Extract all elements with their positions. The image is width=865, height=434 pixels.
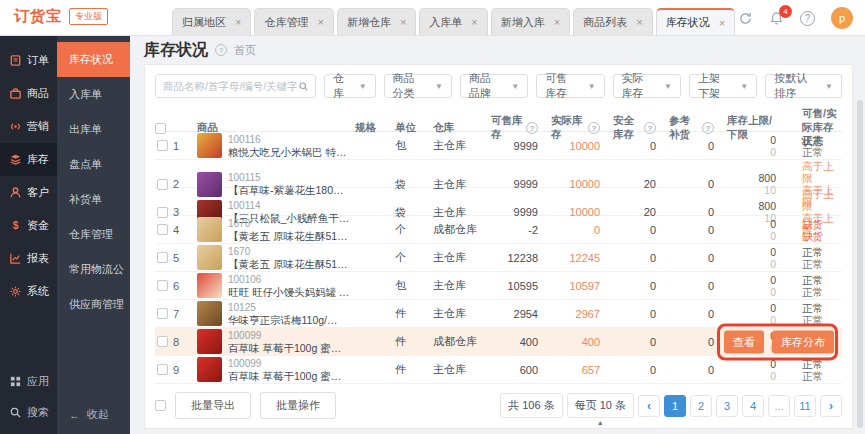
row-checkbox[interactable] [157,224,168,235]
filter-dropdown-上架下架[interactable]: 上架下架▼ [689,74,757,98]
sidebar-item-营销[interactable]: 营销 [0,110,57,143]
view-button[interactable]: 查看 [724,330,764,353]
page-button-11[interactable]: 11 [794,395,816,417]
sidebar-item-系统[interactable]: 系统 [0,275,57,308]
filter-dropdown-实际库存[interactable]: 实际库存▼ [613,74,681,98]
search-input[interactable] [163,80,298,92]
product-code: 100114 [228,200,349,212]
footer-select-all-checkbox[interactable] [155,400,166,411]
row-checkbox[interactable] [157,280,168,291]
search-icon[interactable] [298,81,309,92]
avatar[interactable]: p [831,7,853,29]
submenu-item-仓库管理[interactable]: 仓库管理 [57,217,130,252]
tab-库存状况[interactable]: 库存状况× [656,8,735,35]
row-actions: 查看库存分布 [724,330,834,353]
filter-dropdown-商品品牌[interactable]: 商品品牌▼ [460,74,528,98]
ref-cell: 0 [669,364,727,376]
warehouse-cell: 主仓库 [433,250,491,265]
tab-close-icon[interactable]: × [400,16,406,28]
chevron-down-icon: ▼ [588,82,596,91]
tab-close-icon[interactable]: × [317,16,323,28]
page-help-icon[interactable]: ? [215,44,227,56]
tab-close-icon[interactable]: × [554,16,560,28]
dropdown-label: 商品品牌 [469,71,497,101]
page-button-1[interactable]: 1 [664,395,686,417]
refresh-icon[interactable] [738,11,753,26]
secondary-sidebar: 库存状况入库单出库单盘点单补货单仓库管理常用物流公供应商管理 ← 收起 [57,36,130,434]
sidebar-item-订单[interactable]: 订单 [0,44,57,77]
sidebar-item-搜索[interactable]: 搜索 [0,397,57,428]
notification-bell-icon[interactable]: 4 [769,11,784,26]
sidebar-item-资金[interactable]: $资金 [0,209,57,242]
submenu-item-盘点单[interactable]: 盘点单 [57,147,130,182]
row-checkbox[interactable] [157,364,168,375]
actual-cell: 2967 [551,308,613,320]
row-checkbox[interactable] [157,140,168,151]
tab-商品列表[interactable]: 商品列表× [573,8,652,35]
sidebar-item-库存[interactable]: 库存 [0,143,57,176]
page-button-4[interactable]: 4 [742,395,764,417]
submenu-item-库存状况[interactable]: 库存状况 [57,42,130,77]
filter-dropdown-按默认排序[interactable]: 按默认排序▼ [765,74,842,98]
row-checkbox[interactable] [157,308,168,319]
product-code: 1670 [228,218,348,230]
table-row[interactable]: 41670【黄老五 原味花生酥51…个成都仓库-200000缺货缺货 [155,216,842,244]
limits-cell: 00 [727,274,789,298]
table-row[interactable]: 6100106旺旺 旺仔小馒头妈妈罐 …包主仓库10595105970000正常… [155,272,842,300]
table-row[interactable]: 8100099百草味 草莓干100g 蜜…件成都仓库4004000000正常正常… [155,328,842,356]
tab-close-icon[interactable]: × [636,16,642,28]
next-page-button[interactable]: › [820,395,842,417]
filter-dropdown-商品分类[interactable]: 商品分类▼ [384,74,452,98]
status-cell: 正常正常 [789,358,842,382]
sidebar-item-报表[interactable]: 报表 [0,242,57,275]
tab-新增入库[interactable]: 新增入库× [491,8,570,35]
product-code: 10125 [228,302,338,314]
prev-page-button[interactable]: ‹ [638,395,660,417]
submenu-item-入库单[interactable]: 入库单 [57,77,130,112]
safety-cell: 0 [613,224,669,236]
table-row[interactable]: 51670【黄老五 原味花生酥51…个主仓库12238122450000正常正常 [155,244,842,272]
unit-cell: 个 [395,250,433,265]
sellable-cell: 400 [491,336,551,348]
submenu-item-出库单[interactable]: 出库单 [57,112,130,147]
batch-export-button[interactable]: 批量导出 [175,392,251,419]
tab-close-icon[interactable]: × [235,16,241,28]
table-row[interactable]: 710125华味亨正宗话梅110g/…件主仓库295429670000正常正常 [155,300,842,328]
vertical-scrollbar[interactable] [857,100,863,428]
table-row[interactable]: 9100099百草味 草莓干100g 蜜…件主仓库6006570000正常正常 [155,356,842,384]
page-button-2[interactable]: 2 [690,395,712,417]
sidebar-item-应用[interactable]: 应用 [0,366,57,397]
page-button-3[interactable]: 3 [716,395,738,417]
tab-close-icon[interactable]: × [471,16,477,28]
table-row[interactable]: 2100115【百草味-紫薯花生180…袋主仓库9999100002008001… [155,160,842,188]
submenu-item-供应商管理[interactable]: 供应商管理 [57,287,130,322]
filter-dropdown-仓库[interactable]: 仓库▼ [324,74,376,98]
collapse-button[interactable]: ← 收起 [69,407,109,422]
table-header-row: 商品 规格 单位 仓库 可售库存? 实际库存? 安全库存? 参考补货? 库存上限… [155,107,842,132]
sidebar-item-label: 资金 [27,218,49,233]
submenu-item-常用物流公[interactable]: 常用物流公 [57,252,130,287]
tab-归属地区[interactable]: 归属地区× [172,8,251,35]
sidebar-item-客户[interactable]: 客户 [0,176,57,209]
table-row[interactable]: 1100116粮悦大吃兄小米锅巴 特…包主仓库9999100000000正常正常 [155,132,842,160]
brand: 订货宝 专业版 [0,7,172,35]
safety-cell: 0 [613,252,669,264]
tab-仓库管理[interactable]: 仓库管理× [254,8,333,35]
sidebar-item-商品[interactable]: 商品 [0,77,57,110]
row-checkbox[interactable] [157,252,168,263]
batch-operate-button[interactable]: 批量操作 [260,392,336,419]
submenu-item-补货单[interactable]: 补货单 [57,182,130,217]
filter-dropdown-可售库存[interactable]: 可售库存▼ [536,74,604,98]
inventory-distribution-button[interactable]: 库存分布 [772,330,834,353]
tab-close-icon[interactable]: × [719,17,725,29]
tab-入库单[interactable]: 入库单× [419,8,487,35]
breadcrumb-home-link[interactable]: 首页 [234,43,256,58]
page-ellipsis[interactable]: ... [768,395,790,417]
tab-新增仓库[interactable]: 新增仓库× [337,8,416,35]
table-row[interactable]: 3100114【三只松鼠_小贱醉鱼干…袋主仓库99991000020080010… [155,188,842,216]
row-checkbox[interactable] [157,336,168,347]
help-icon[interactable]: ? [800,11,815,26]
per-page-select[interactable]: 每页 10 条 ▲ [567,393,634,418]
chevron-down-icon: ▼ [740,82,748,91]
customer-icon [9,186,22,199]
